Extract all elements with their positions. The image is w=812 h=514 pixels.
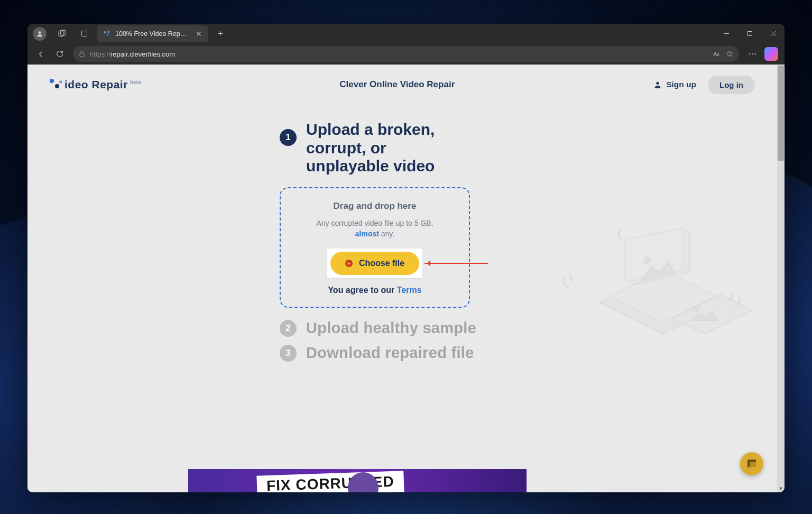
svg-rect-8 — [748, 32, 752, 36]
read-aloud-icon[interactable]: A» — [713, 50, 721, 58]
user-icon — [653, 80, 662, 89]
site-logo[interactable]: ideo Repair beta — [50, 78, 141, 91]
svg-text:A: A — [714, 51, 717, 57]
back-button[interactable] — [32, 46, 50, 62]
choose-file-button[interactable]: + Choose file — [330, 252, 419, 275]
svg-rect-3 — [81, 31, 87, 36]
tab-close-icon[interactable]: ✕ — [195, 30, 203, 38]
plus-icon: + — [345, 260, 353, 267]
annotation-arrow-icon — [425, 263, 488, 264]
step-1-title: Upload a broken, corrupt, or unplayable … — [306, 121, 465, 176]
site-info-icon[interactable] — [78, 50, 86, 58]
favorite-icon[interactable] — [725, 50, 734, 58]
promo-banner[interactable]: FIX CORRUPTED — [188, 469, 527, 492]
login-button[interactable]: Log in — [708, 76, 755, 94]
settings-menu-icon[interactable] — [743, 46, 761, 62]
scrollbar-thumb[interactable] — [778, 66, 784, 161]
workspaces-icon[interactable] — [53, 25, 71, 43]
site-header: ideo Repair beta Clever Online Video Rep… — [27, 65, 777, 105]
svg-point-6 — [108, 31, 109, 33]
refresh-button[interactable] — [51, 46, 69, 62]
banner-headline: FIX CORRUPTED — [266, 473, 395, 492]
svg-point-14 — [749, 53, 750, 54]
close-window-button[interactable] — [761, 24, 785, 43]
copilot-button[interactable] — [762, 46, 780, 62]
svg-point-5 — [106, 33, 108, 35]
minimize-button[interactable] — [715, 24, 738, 43]
browser-tab[interactable]: 100% Free Video Repair Tool Onli ✕ — [97, 25, 208, 42]
beta-badge: beta — [130, 79, 141, 85]
address-bar[interactable]: https://repair.cleverfiles.com A» — [73, 46, 739, 62]
url-text: https://repair.cleverfiles.com — [90, 50, 708, 58]
dropzone-title: Drag and drop here — [334, 201, 417, 212]
terms-text: You agree to our Terms — [328, 286, 421, 295]
scrollbar[interactable]: ▼ — [777, 65, 785, 492]
step-2-title: Upload healthy sample — [306, 319, 476, 337]
new-tab-button[interactable]: ＋ — [213, 26, 228, 42]
profile-icon[interactable] — [33, 27, 47, 41]
svg-point-16 — [754, 53, 755, 54]
svg-point-4 — [104, 31, 106, 33]
svg-point-17 — [656, 82, 659, 85]
chat-fab-button[interactable] — [740, 452, 763, 475]
upload-dropzone[interactable]: Drag and drop here Any corrupted video f… — [280, 187, 470, 308]
svg-point-15 — [752, 53, 753, 54]
page-viewport: ideo Repair beta Clever Online Video Rep… — [27, 65, 785, 492]
step-3-badge: 3 — [280, 345, 297, 362]
dropzone-subtitle: Any corrupted video file up to 5 GB, alm… — [316, 218, 433, 240]
step-2-badge: 2 — [280, 320, 297, 337]
tab-actions-icon[interactable] — [75, 25, 93, 43]
page-content: ideo Repair beta Clever Online Video Rep… — [27, 65, 777, 492]
svg-rect-11 — [80, 53, 84, 57]
choose-file-highlight: + Choose file — [327, 249, 422, 278]
svg-point-0 — [39, 31, 41, 34]
terms-link[interactable]: Terms — [397, 286, 422, 295]
step-3-title: Download repaired file — [306, 344, 474, 362]
maximize-button[interactable] — [738, 24, 761, 43]
browser-window: 100% Free Video Repair Tool Onli ✕ ＋ htt… — [27, 24, 785, 492]
tab-title: 100% Free Video Repair Tool Onli — [115, 30, 190, 38]
browser-titlebar: 100% Free Video Repair Tool Onli ✕ ＋ — [27, 24, 785, 43]
logo-mark-icon — [50, 79, 63, 90]
signup-link[interactable]: Sign up — [653, 80, 696, 89]
browser-toolbar: https://repair.cleverfiles.com A» — [27, 43, 785, 65]
svg-text:»: » — [717, 53, 719, 56]
tab-favicon-icon — [103, 30, 111, 38]
logo-text: ideo Repair — [64, 78, 128, 91]
page-title: Clever Online Video Repair — [339, 79, 455, 90]
step-1-badge: 1 — [280, 129, 297, 146]
